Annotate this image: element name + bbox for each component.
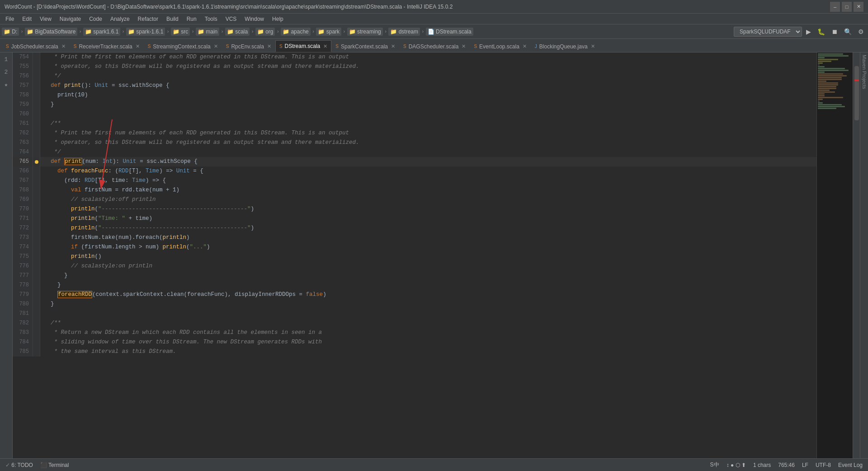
status-bar: ✓ 6: TODO ⬛ Terminal S中 ↕ ● ⬡ ⬆ 1 chars … — [0, 458, 868, 471]
menu-build[interactable]: Build — [163, 15, 182, 23]
code-editor[interactable]: 754 * Print the first ten elements of ea… — [13, 52, 816, 458]
breadcrumb: 📁 D: › 📁 BigDataSoftware › 📁 spark1.6.1 … — [2, 28, 732, 36]
favorites-icon[interactable]: ★ — [2, 80, 11, 89]
menu-refactor[interactable]: Refactor — [134, 15, 162, 23]
stop-button[interactable]: ⏹ — [829, 27, 840, 36]
far-right-panel: Maven Projects — [860, 52, 868, 458]
breadcrumb-src[interactable]: 📁 src — [171, 28, 190, 36]
table-row: 763 * operator, so this DStream will be … — [13, 138, 816, 147]
table-row: 762 * Print the first num elements of ea… — [13, 128, 816, 138]
tab-rpcenv[interactable]: S RpcEnv.scala ✕ — [222, 40, 275, 52]
table-row: 773 firstNum.take(num).foreach(println) — [13, 233, 816, 243]
minimap — [816, 52, 853, 458]
event-log[interactable]: Event Log — [836, 462, 864, 468]
menu-file[interactable]: File — [2, 15, 18, 23]
menu-tools[interactable]: Tools — [201, 15, 221, 23]
toolbar-right: SparkSQLUDFUDAF ▶ 🐛 ⏹ 🔍 ⚙ — [734, 27, 866, 37]
breadcrumb-spark-161[interactable]: 📁 spark-1.6.1 — [126, 28, 165, 36]
tab-blockingqueue[interactable]: J BlockingQueue.java ✕ — [531, 40, 599, 52]
debug-button[interactable]: 🐛 — [815, 27, 827, 36]
run-config-dropdown[interactable]: SparkSQLUDFUDAF — [734, 27, 802, 37]
error-mark — [854, 80, 859, 81]
breadcrumb-bigdata[interactable]: 📁 BigDataSoftware — [25, 28, 77, 36]
table-row: 777 } — [13, 271, 816, 281]
scrollbar-thumb[interactable] — [854, 66, 859, 120]
table-row: 771 println("Time: " + time) — [13, 214, 816, 224]
structure-icon[interactable]: 2 — [2, 67, 11, 76]
menu-window[interactable]: Window — [241, 15, 268, 23]
encoding-status: UTF-8 — [814, 462, 833, 468]
breadcrumb-main[interactable]: 📁 main — [196, 28, 219, 36]
table-row: 770 println("---------------------------… — [13, 205, 816, 214]
table-row: 780 } — [13, 300, 816, 309]
toolbar: 📁 D: › 📁 BigDataSoftware › 📁 spark1.6.1 … — [0, 24, 868, 39]
scrollbar[interactable] — [853, 52, 860, 458]
table-row: 764 */ — [13, 147, 816, 157]
menu-vcs[interactable]: VCS — [222, 15, 241, 23]
close-button[interactable]: ✕ — [854, 2, 863, 12]
table-row: 766 def foreachFunc: (RDD[T], Time) => U… — [13, 167, 816, 176]
breadcrumb-dstream-file[interactable]: 📄 DStream.scala — [426, 28, 473, 36]
table-row: 754 * Print the first ten elements of ea… — [13, 52, 816, 62]
table-row: 756 */ — [13, 71, 816, 81]
tab-receivertracker[interactable]: S ReceiverTracker.scala ✕ — [70, 40, 144, 52]
table-row: 759 } — [13, 100, 816, 109]
table-row: 761 /** — [13, 119, 816, 128]
table-row: 757 def print(): Unit = ssc.withScope { — [13, 81, 816, 90]
breadcrumb-org[interactable]: 📁 org — [255, 28, 275, 36]
chars-status: 1 chars — [751, 462, 773, 468]
scala-indicator: S中 — [708, 461, 721, 469]
tab-streamingcontext[interactable]: S StreamingContext.scala ✕ — [144, 40, 222, 52]
table-row: 779 foreachRDD(context.sparkContext.clea… — [13, 290, 816, 300]
lf-status: LF — [800, 462, 810, 468]
breadcrumb-spark[interactable]: 📁 spark — [316, 28, 341, 36]
menu-run[interactable]: Run — [183, 15, 200, 23]
tab-dagscheduler[interactable]: S DAGScheduler.scala ✕ — [399, 40, 470, 52]
menu-code[interactable]: Code — [85, 15, 106, 23]
minimap-content — [817, 52, 853, 110]
status-left: ✓ 6: TODO ⬛ Terminal — [4, 462, 71, 468]
breadcrumb-scala[interactable]: 📁 scala — [225, 28, 250, 36]
minimize-button[interactable]: – — [830, 2, 840, 12]
tab-jobscheduler[interactable]: S JobScheduler.scala ✕ — [2, 40, 70, 52]
breadcrumb-streaming[interactable]: 📁 streaming — [347, 28, 383, 36]
menu-help[interactable]: Help — [269, 15, 287, 23]
menu-view[interactable]: View — [36, 15, 55, 23]
table-row: 767 (rdd: RDD[T], time: Time) => { — [13, 176, 816, 186]
project-icon[interactable]: 1 — [2, 55, 11, 64]
breadcrumb-spark161[interactable]: 📁 spark1.6.1 — [83, 28, 120, 36]
maximize-button[interactable]: □ — [842, 2, 852, 12]
menu-analyze[interactable]: Analyze — [107, 15, 133, 23]
table-row: 765 def print(num: Int): Unit = ssc.with… — [13, 157, 816, 167]
breadcrumb-dstream[interactable]: 📁 dstream — [388, 28, 420, 36]
settings-button[interactable]: ⚙ — [856, 27, 866, 36]
status-icons: ↕ ● ⬡ ⬆ — [725, 462, 748, 468]
breadcrumb-d[interactable]: 📁 D: — [2, 28, 19, 36]
menu-edit[interactable]: Edit — [19, 15, 35, 23]
todo-item[interactable]: ✓ 6: TODO — [4, 462, 35, 468]
tab-sparkcontext[interactable]: S SparkContext.scala ✕ — [331, 40, 399, 52]
tab-eventloop[interactable]: S EventLoop.scala ✕ — [470, 40, 530, 52]
maven-panel-icon[interactable]: Maven Projects — [862, 55, 867, 89]
table-row: 778 } — [13, 281, 816, 290]
title-bar: WordCount - [D:\IdeaProjects\WordCount] … — [0, 0, 868, 14]
left-sidebar: 1 2 ★ — [0, 52, 13, 458]
table-row: 769 // scalastyle:off println — [13, 195, 816, 205]
window-title: WordCount - [D:\IdeaProjects\WordCount] … — [5, 4, 453, 10]
terminal-item[interactable]: ⬛ Terminal — [38, 462, 71, 468]
menu-navigate[interactable]: Navigate — [56, 15, 85, 23]
search-button[interactable]: 🔍 — [842, 27, 854, 36]
position-status: 765:46 — [776, 462, 797, 468]
code-lines: 754 * Print the first ten elements of ea… — [13, 52, 816, 357]
table-row: 783 * Return a new DStream in which each… — [13, 328, 816, 338]
status-right: S中 ↕ ● ⬡ ⬆ 1 chars 765:46 LF UTF-8 Event… — [708, 461, 864, 469]
breadcrumb-apache[interactable]: 📁 apache — [281, 28, 311, 36]
table-row: 772 println("---------------------------… — [13, 224, 816, 233]
menu-bar: File Edit View Navigate Code Analyze Ref… — [0, 14, 868, 24]
tab-dstream[interactable]: S DStream.scala ✕ — [275, 40, 331, 52]
run-button[interactable]: ▶ — [804, 27, 813, 36]
table-row: 776 // scalastyle:on println — [13, 262, 816, 271]
table-row: 785 * the same interval as this DStream. — [13, 347, 816, 357]
table-row: 774 if (firstNum.length > num) println("… — [13, 243, 816, 252]
table-row: 784 * sliding window of time over this D… — [13, 338, 816, 347]
